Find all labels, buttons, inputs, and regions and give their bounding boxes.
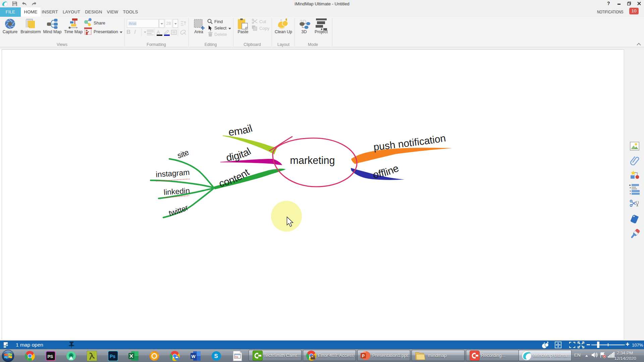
svg-text:offline: offline	[372, 162, 400, 181]
svg-text:twitter: twitter	[168, 203, 190, 218]
svg-text:site: site	[176, 148, 190, 160]
svg-text:email: email	[228, 122, 254, 138]
svg-text:instagram: instagram	[156, 168, 190, 179]
svg-text:linkedin: linkedin	[163, 186, 190, 196]
svg-text:marketing: marketing	[290, 155, 335, 166]
svg-text:content: content	[218, 166, 251, 189]
